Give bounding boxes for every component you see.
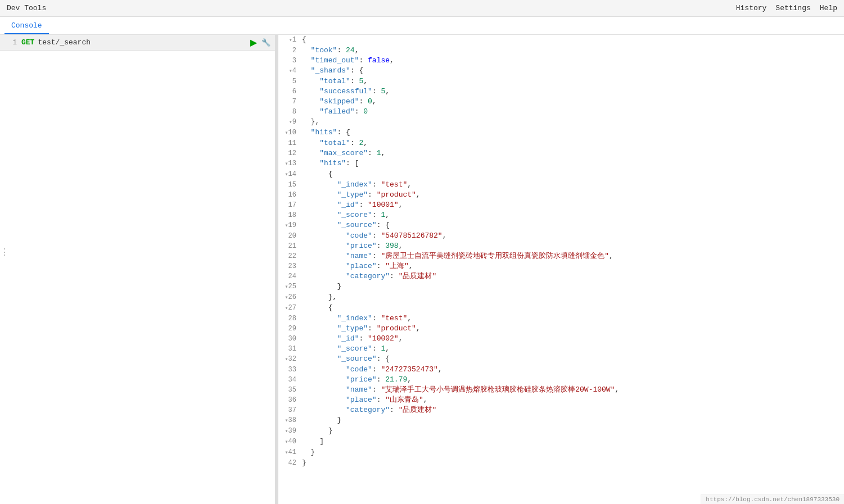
fold-arrow-icon[interactable]: ▾ <box>283 221 288 231</box>
line-number: 8 <box>278 107 301 117</box>
response-line: 36 "place": "山东青岛", <box>278 395 844 405</box>
line-number: ▾14 <box>278 169 301 180</box>
line-number: ▾41 <box>278 447 301 458</box>
response-line: 34 "price": 21.79, <box>278 375 844 385</box>
response-line: 6 "successful": 5, <box>278 87 844 97</box>
line-number: 17 <box>278 200 301 210</box>
response-line: 2 "took": 24, <box>278 46 844 56</box>
fold-arrow-icon[interactable]: ▾ <box>283 282 288 292</box>
line-number: ▾10 <box>278 128 301 138</box>
request-line-num: 1 <box>3 39 17 47</box>
fold-arrow-icon[interactable]: ▾ <box>287 35 292 46</box>
line-number: 33 <box>278 365 301 375</box>
fold-arrow-icon[interactable]: ▾ <box>283 437 288 447</box>
request-path: test/_search <box>38 38 245 47</box>
response-line: ▾26 }, <box>278 292 844 303</box>
response-line: 30 "_id": "10002", <box>278 334 844 344</box>
fold-arrow-icon[interactable]: ▾ <box>283 416 288 426</box>
line-number: ▾4 <box>278 66 301 76</box>
line-number: ▾38 <box>278 415 301 426</box>
line-number: 24 <box>278 271 301 281</box>
response-line: 42} <box>278 458 844 468</box>
response-line: 31 "_score": 1, <box>278 344 844 354</box>
statusbar-url: https://blog.csdn.net/chen1897333530 <box>706 496 840 503</box>
line-number: 29 <box>278 324 301 334</box>
line-number: 37 <box>278 405 301 415</box>
response-line: 24 "category": "品质建材" <box>278 271 844 281</box>
line-number: 6 <box>278 87 301 97</box>
response-line: ▾9 }, <box>278 117 844 128</box>
line-number: ▾27 <box>278 303 301 314</box>
response-line: 18 "_score": 1, <box>278 210 844 220</box>
fold-arrow-icon[interactable]: ▾ <box>283 128 288 138</box>
request-panel: 1 GET test/_search ▶ 🔧 <box>0 35 276 504</box>
line-number: 36 <box>278 395 301 405</box>
fold-arrow-icon[interactable]: ▾ <box>283 355 288 365</box>
line-number: 2 <box>278 46 301 56</box>
response-line: 35 "name": "艾瑞泽手工大号小号调温热熔胶枪玻璃胶枪硅胶条热溶胶棒20… <box>278 385 844 395</box>
line-number: ▾40 <box>278 437 301 447</box>
fold-arrow-icon[interactable]: ▾ <box>283 426 288 437</box>
line-number: 5 <box>278 76 301 87</box>
response-line: 37 "category": "品质建材" <box>278 405 844 415</box>
response-line: 17 "_id": "10001", <box>278 200 844 210</box>
response-line: ▾14 { <box>278 169 844 180</box>
line-number: 11 <box>278 138 301 148</box>
line-number: 15 <box>278 180 301 190</box>
topbar-nav: History Settings Help <box>736 4 837 12</box>
main-area: 1 GET test/_search ▶ 🔧 ⋮ ▾1{2 "took": 24… <box>0 35 844 504</box>
response-line: 22 "name": "房屋卫士自流平美缝剂瓷砖地砖专用双组份真瓷胶防水填缝剂镭… <box>278 251 844 261</box>
line-number: ▾25 <box>278 281 301 292</box>
response-line: ▾1{ <box>278 35 844 46</box>
response-line: ▾19 "_source": { <box>278 220 844 231</box>
line-number: 21 <box>278 241 301 251</box>
nav-history[interactable]: History <box>736 4 767 12</box>
topbar: Dev Tools History Settings Help <box>0 0 844 17</box>
response-line: ▾41 } <box>278 447 844 458</box>
response-line: ▾27 { <box>278 303 844 314</box>
fold-arrow-icon[interactable]: ▾ <box>283 448 288 458</box>
statusbar: https://blog.csdn.net/chen1897333530 <box>701 494 844 504</box>
line-number: ▾13 <box>278 158 301 169</box>
response-line: 3 "timed_out": false, <box>278 56 844 66</box>
line-number: 20 <box>278 231 301 241</box>
line-number: 12 <box>278 148 301 158</box>
response-line: 11 "total": 2, <box>278 138 844 148</box>
line-number: 34 <box>278 375 301 385</box>
response-line: 20 "code": "540785126782", <box>278 231 844 241</box>
response-line: ▾38 } <box>278 415 844 426</box>
fold-arrow-icon[interactable]: ▾ <box>283 170 288 180</box>
line-number: 30 <box>278 334 301 344</box>
fold-arrow-icon[interactable]: ▾ <box>283 293 288 303</box>
run-button[interactable]: ▶ <box>249 37 258 48</box>
fold-arrow-icon[interactable]: ▾ <box>287 117 292 128</box>
line-number: ▾1 <box>278 35 301 46</box>
request-actions: ▶ 🔧 <box>249 37 272 48</box>
wrench-button[interactable]: 🔧 <box>260 37 272 48</box>
tabbar: Console <box>0 17 844 35</box>
response-line: 28 "_index": "test", <box>278 314 844 324</box>
response-line: ▾13 "hits": [ <box>278 158 844 169</box>
response-line: ▾25 } <box>278 281 844 292</box>
line-number: 42 <box>278 458 301 468</box>
response-code: ▾1{2 "took": 24,3 "timed_out": false,▾4 … <box>278 35 844 468</box>
line-number: ▾26 <box>278 292 301 303</box>
fold-arrow-icon[interactable]: ▾ <box>287 66 292 76</box>
line-number: 7 <box>278 97 301 107</box>
response-line: 23 "place": "上海", <box>278 261 844 271</box>
fold-arrow-icon[interactable]: ▾ <box>283 159 288 169</box>
nav-settings[interactable]: Settings <box>775 4 810 12</box>
response-line: ▾4 "_shards": { <box>278 66 844 76</box>
response-line: 33 "code": "24727352473", <box>278 365 844 375</box>
line-number: 16 <box>278 190 301 200</box>
fold-arrow-icon[interactable]: ▾ <box>283 303 288 314</box>
response-line: ▾39 } <box>278 426 844 437</box>
response-line: ▾10 "hits": { <box>278 128 844 138</box>
line-number: ▾32 <box>278 354 301 365</box>
response-line: 12 "max_score": 1, <box>278 148 844 158</box>
response-panel[interactable]: ▾1{2 "took": 24,3 "timed_out": false,▾4 … <box>278 35 844 504</box>
response-line: 7 "skipped": 0, <box>278 97 844 107</box>
tab-console[interactable]: Console <box>4 18 49 34</box>
request-method: GET <box>21 38 34 47</box>
nav-help[interactable]: Help <box>820 4 837 12</box>
